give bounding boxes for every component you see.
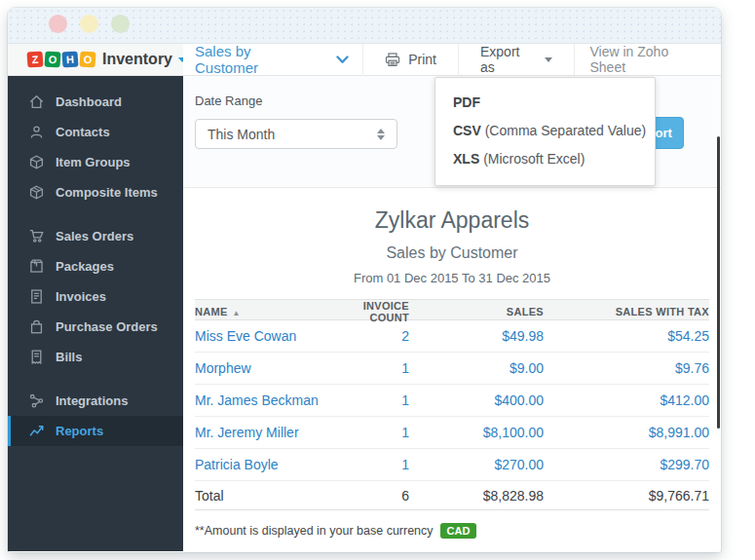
customer-name-link[interactable]: Mr. Jeremy Miller	[195, 425, 341, 440]
maximize-window-button[interactable]	[111, 15, 130, 33]
logo-letter-o1: O	[44, 51, 60, 67]
chart-icon	[29, 424, 44, 438]
date-range-label: Date Range	[195, 93, 262, 108]
view-sheet-label: View in Zoho Sheet	[589, 44, 705, 75]
total-invoice-count: 6	[341, 488, 409, 504]
close-window-button[interactable]	[49, 15, 67, 33]
sales-with-tax-cell: $54.25	[544, 328, 709, 344]
export-menu-item-pdf[interactable]: PDF	[435, 89, 655, 117]
sidebar-item-packages[interactable]: Packages	[8, 251, 183, 281]
person-icon	[29, 125, 44, 139]
table-row: Mr. Jeremy Miller 1 $8,100.00 $8,991.00	[195, 417, 709, 449]
printer-icon	[385, 53, 400, 67]
report-switcher-label: Sales by Customer	[195, 44, 315, 76]
report-body: Zylkar Apparels Sales by Customer From 0…	[183, 188, 721, 551]
window-titlebar	[8, 8, 721, 44]
cube-icon	[29, 185, 44, 200]
invoice-count-cell: 1	[341, 457, 409, 472]
select-spinner-icon	[377, 129, 385, 140]
export-format-name: CSV	[453, 123, 481, 138]
sidebar-item-composite-items[interactable]: Composite Items	[8, 177, 183, 207]
table-row: Patricia Boyle 1 $270.00 $299.70	[195, 449, 709, 481]
print-label: Print	[408, 52, 436, 67]
export-format-name: XLS	[453, 151, 479, 167]
export-menu-item-csv[interactable]: CSV (Comma Separated Value)	[435, 117, 655, 145]
sales-cell: $8,100.00	[409, 425, 544, 440]
sidebar-item-bills[interactable]: Bills	[8, 342, 183, 372]
sidebar-item-label: Sales Orders	[56, 229, 133, 243]
sales-cell: $400.00	[409, 392, 544, 408]
sidebar-item-label: Purchase Orders	[56, 319, 158, 334]
report-switcher-dropdown[interactable]: Sales by Customer	[183, 44, 362, 75]
total-sales: $8,828.98	[409, 488, 544, 504]
table-row: Mr. James Beckman 1 $400.00 $412.00	[195, 385, 709, 417]
total-sales-with-tax: $9,766.71	[544, 488, 709, 504]
receipt-icon	[29, 350, 44, 364]
sidebar-item-integrations[interactable]: Integrations	[8, 386, 183, 416]
customer-name-link[interactable]: Mr. James Beckman	[195, 392, 341, 408]
report-title: Sales by Customer	[195, 244, 709, 262]
app-window: Z O H O Inventory Sales by Customer	[8, 8, 721, 552]
zoho-logo: Z O H O	[27, 52, 95, 67]
invoice-count-cell: 1	[341, 392, 409, 408]
package-icon	[29, 259, 44, 274]
invoice-count-cell: 1	[341, 425, 409, 440]
export-format-name: PDF	[453, 94, 480, 110]
invoice-count-cell: 1	[341, 360, 409, 376]
view-in-zoho-sheet-link[interactable]: View in Zoho Sheet	[574, 44, 721, 75]
sort-ascending-icon: ▲	[233, 309, 241, 317]
column-header-invoice-count[interactable]: INVOICE COUNT	[341, 300, 409, 323]
column-header-name[interactable]: NAME▲	[195, 306, 341, 317]
sidebar-item-purchase-orders[interactable]: Purchase Orders	[8, 312, 183, 342]
page-background: Z O H O Inventory Sales by Customer	[0, 0, 755, 560]
table-total-row: Total 6 $8,828.98 $9,766.71	[195, 481, 709, 510]
sales-cell: $270.00	[409, 457, 544, 472]
sidebar-item-label: Item Groups	[56, 155, 131, 169]
column-header-sales-with-tax[interactable]: SALES WITH TAX	[544, 306, 709, 317]
sidebar-item-label: Composite Items	[56, 185, 158, 200]
sidebar-item-sales-orders[interactable]: Sales Orders	[8, 221, 183, 251]
minimize-window-button[interactable]	[80, 15, 98, 33]
sales-by-customer-table: NAME▲ INVOICE COUNT SALES SALES WITH TAX…	[195, 299, 709, 510]
sidebar-item-label: Reports	[56, 424, 103, 438]
sidebar-item-label: Dashboard	[56, 94, 122, 109]
sidebar-item-contacts[interactable]: Contacts	[8, 117, 183, 147]
total-label: Total	[195, 488, 341, 504]
export-format-description: (Comma Separated Value)	[485, 123, 646, 138]
customer-name-link[interactable]: Patricia Boyle	[195, 457, 341, 472]
date-range-select[interactable]: This Month	[195, 119, 397, 149]
home-icon	[29, 94, 44, 109]
sales-with-tax-cell: $8,991.00	[544, 425, 709, 440]
sidebar-item-label: Integrations	[56, 393, 128, 408]
vertical-scrollbar[interactable]	[717, 136, 720, 429]
currency-footnote: **Amount is displayed in your base curre…	[195, 523, 709, 539]
logo-letter-z: Z	[26, 51, 43, 67]
export-as-button[interactable]: Export as	[459, 44, 574, 75]
sidebar-nav: Dashboard Contacts Item Groups Composite…	[8, 76, 183, 551]
currency-badge: CAD	[440, 523, 477, 539]
export-format-description: (Microsoft Excel)	[483, 151, 585, 167]
sidebar-item-dashboard[interactable]: Dashboard	[8, 87, 183, 117]
sidebar-item-invoices[interactable]: Invoices	[8, 281, 183, 312]
customer-name-link[interactable]: Morphew	[195, 360, 341, 376]
brand-area[interactable]: Z O H O Inventory	[8, 44, 183, 76]
sidebar-item-label: Bills	[56, 350, 82, 364]
sidebar-item-label: Invoices	[56, 289, 106, 304]
customer-name-link[interactable]: Miss Eve Cowan	[195, 328, 341, 344]
column-header-sales[interactable]: SALES	[409, 306, 544, 317]
sidebar-item-item-groups[interactable]: Item Groups	[8, 147, 183, 177]
table-row: Miss Eve Cowan 2 $49.98 $54.25	[195, 320, 709, 353]
sales-with-tax-cell: $412.00	[544, 392, 709, 408]
export-menu-item-xls[interactable]: XLS (Microsoft Excel)	[435, 145, 655, 173]
print-button[interactable]: Print	[363, 44, 458, 75]
bag-icon	[29, 319, 44, 334]
report-date-period: From 01 Dec 2015 To 31 Dec 2015	[195, 271, 709, 285]
sales-with-tax-cell: $9.76	[544, 360, 709, 376]
export-dropdown-menu: PDF CSV (Comma Separated Value) XLS (Mic…	[434, 77, 656, 186]
column-header-label: NAME	[195, 306, 228, 317]
sidebar-item-label: Contacts	[56, 125, 110, 139]
table-row: Morphew 1 $9.00 $9.76	[195, 353, 709, 385]
table-header-row: NAME▲ INVOICE COUNT SALES SALES WITH TAX	[195, 299, 709, 320]
sales-cell: $9.00	[409, 360, 544, 376]
sidebar-item-reports[interactable]: Reports	[8, 416, 183, 446]
